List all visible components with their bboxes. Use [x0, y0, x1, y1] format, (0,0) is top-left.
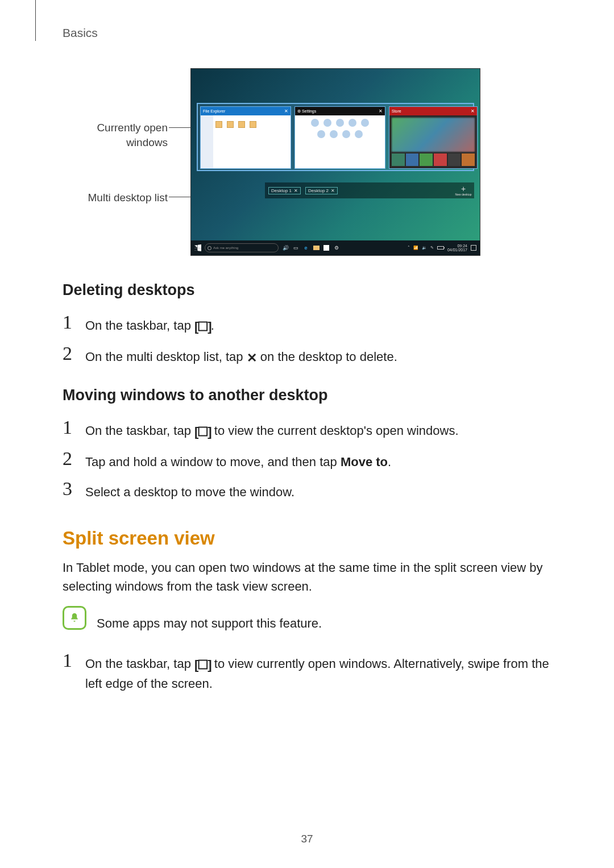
titlebar: Store✕ [389, 107, 477, 115]
taskbar: Ask me anything 🔊 ▭ e ⚙ ˄ 📶 🔉 ✎ 09:2404/… [191, 240, 480, 255]
action-center-icon [471, 245, 476, 251]
cortana-icon [208, 246, 211, 250]
window-store: Store✕ [389, 106, 478, 169]
open-windows-row: File Explorer✕ ⚙ Settings✕ Store✕ [197, 103, 474, 171]
step-text: On the taskbar, tap [☐] to view currentl… [85, 651, 551, 693]
task-view-icon: ▭ [292, 244, 299, 251]
step: 1 On the taskbar, tap [☐]. [63, 313, 551, 336]
multi-desktop-bar: Desktop 1✕ Desktop 2✕ [265, 182, 474, 198]
callout-open-windows: Currently open windows [63, 121, 168, 149]
new-desktop-button: +New desktop [453, 182, 474, 198]
bold-move-to: Move to [341, 455, 388, 469]
step-text: On the multi desktop list, tap ✕ on the … [85, 344, 397, 367]
task-view-icon: [☐] [194, 655, 211, 674]
volume-icon: 🔉 [422, 246, 427, 250]
titlebar: File Explorer✕ [201, 107, 291, 115]
tray-up-icon: ˄ [408, 246, 410, 250]
note-bell-icon [63, 606, 86, 630]
settings-icon: ⚙ [333, 244, 340, 251]
note: Some apps may not support this feature. [63, 606, 551, 637]
wifi-icon: 📶 [413, 246, 418, 250]
window-settings: ⚙ Settings✕ [294, 106, 385, 169]
step-text: Select a desktop to move the window. [85, 479, 294, 501]
heading-split-screen: Split screen view [63, 528, 551, 549]
edge-icon: e [302, 244, 309, 251]
subheading-deleting: Deleting desktops [63, 281, 551, 299]
desktop-tab: Desktop 1✕ [268, 187, 301, 194]
start-icon [194, 244, 201, 251]
store-icon [323, 244, 330, 251]
leader-line [169, 127, 192, 128]
page-content: Deleting desktops 1 On the taskbar, tap … [63, 281, 551, 701]
windows-screenshot: File Explorer✕ ⚙ Settings✕ Store✕ Deskto… [190, 68, 480, 256]
search-box: Ask me anything [205, 243, 279, 252]
step-number: 1 [63, 418, 77, 437]
step: 1 On the taskbar, tap [☐] to view curren… [63, 651, 551, 693]
step: 2 On the multi desktop list, tap ✕ on th… [63, 344, 551, 367]
margin-rule [35, 0, 36, 41]
callout-multi-desktop: Multi desktop list [63, 190, 168, 205]
titlebar: ⚙ Settings✕ [295, 107, 385, 115]
clock: 09:2404/01/2017 [447, 244, 467, 252]
task-view-diagram: Currently open windows Multi desktop lis… [63, 68, 495, 256]
close-icon: ✕ [284, 109, 288, 114]
step-text: On the taskbar, tap [☐]. [85, 313, 214, 336]
step-text: On the taskbar, tap [☐] to view the curr… [85, 418, 459, 441]
close-icon: ✕ [294, 188, 298, 193]
step: 1 On the taskbar, tap [☐] to view the cu… [63, 418, 551, 441]
note-text: Some apps may not support this feature. [97, 610, 322, 633]
section-header: Basics [63, 26, 98, 40]
subheading-moving: Moving windows to another desktop [63, 387, 551, 404]
body-text: In Tablet mode, you can open two windows… [63, 558, 551, 596]
desktop-tab: Desktop 2✕ [305, 187, 338, 194]
close-icon: ✕ [379, 109, 383, 114]
x-icon: ✕ [247, 348, 257, 367]
battery-icon [437, 246, 444, 250]
step-number: 1 [63, 313, 77, 332]
task-view-icon: [☐] [194, 317, 211, 336]
step: 2 Tap and hold a window to move, and the… [63, 449, 551, 471]
folder-icon [313, 244, 320, 251]
step-number: 2 [63, 344, 77, 363]
speaker-icon: 🔊 [282, 244, 289, 251]
close-icon: ✕ [331, 188, 335, 193]
task-view-icon: [☐] [194, 422, 211, 441]
step-number: 3 [63, 479, 77, 499]
step-number: 1 [63, 651, 77, 670]
step: 3 Select a desktop to move the window. [63, 479, 551, 501]
step-number: 2 [63, 449, 77, 468]
window-file-explorer: File Explorer✕ [200, 106, 291, 169]
step-text: Tap and hold a window to move, and then … [85, 449, 391, 471]
close-icon: ✕ [471, 109, 475, 114]
pen-icon: ✎ [430, 246, 434, 250]
page-number: 37 [0, 833, 614, 845]
